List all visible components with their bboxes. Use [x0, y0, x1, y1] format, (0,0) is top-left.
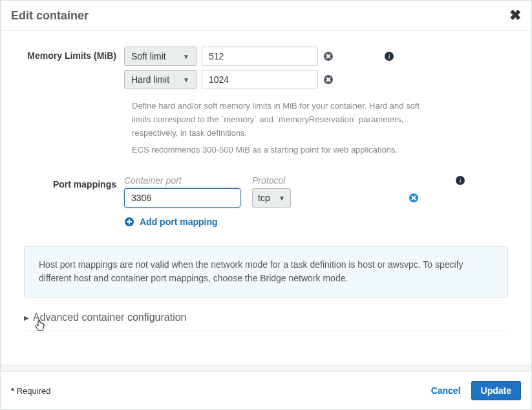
soft-limit-select-label: Soft limit	[131, 51, 166, 61]
chevron-right-icon: ▶	[24, 314, 29, 321]
edit-container-modal: Edit container ✖ Memory Limits (MiB) Sof…	[0, 0, 532, 410]
svg-text:i: i	[459, 177, 461, 184]
hard-limit-select-label: Hard limit	[131, 74, 169, 85]
protocol-select-label: tcp	[258, 193, 270, 203]
cancel-button[interactable]: Cancel	[431, 385, 461, 396]
memory-limits-label: Memory Limits (MiB)	[24, 47, 124, 61]
port-row: tcp ▼	[124, 188, 508, 208]
required-label: Required	[17, 386, 51, 396]
advanced-config-section[interactable]: ▶ Advanced container configuration	[24, 309, 508, 330]
protocol-header: Protocol	[252, 175, 291, 186]
required-note: * Required	[11, 386, 50, 396]
modal-body: Memory Limits (MiB) Soft limit ▼ i	[1, 31, 531, 365]
soft-limit-controls: Soft limit ▼ i	[124, 47, 508, 66]
modal-footer: * Required Cancel Update	[1, 371, 531, 409]
network-mode-info-text: Host port mappings are not valid when th…	[39, 259, 463, 283]
memory-help-text: Define hard and/or soft memory limits in…	[132, 100, 436, 157]
memory-limits-content: Soft limit ▼ i Hard limit ▼	[124, 47, 508, 93]
modal-title: Edit container	[11, 9, 89, 23]
hard-limit-input[interactable]	[202, 70, 318, 89]
port-mappings-content: Container port Protocol i tcp ▼	[124, 175, 508, 229]
add-port-mapping-link[interactable]: Add port mapping	[124, 217, 218, 227]
network-mode-info: Host port mappings are not valid when th…	[24, 246, 508, 297]
container-port-input[interactable]	[124, 188, 240, 208]
remove-hard-icon[interactable]	[323, 74, 334, 85]
horizontal-scrollbar[interactable]	[1, 365, 531, 371]
caret-down-icon: ▼	[183, 76, 189, 83]
memory-limits-row: Memory Limits (MiB) Soft limit ▼ i	[24, 47, 508, 93]
caret-down-icon: ▼	[279, 195, 285, 202]
advanced-config-label: Advanced container configuration	[33, 312, 187, 323]
port-column-headers: Container port Protocol i	[124, 175, 508, 186]
update-button[interactable]: Update	[471, 381, 521, 400]
hard-limit-select[interactable]: Hard limit ▼	[124, 70, 197, 89]
port-mappings-row: Port mappings Container port Protocol i …	[24, 175, 508, 229]
soft-limit-input[interactable]	[202, 47, 318, 66]
plus-circle-icon	[124, 217, 134, 227]
port-mappings-label: Port mappings	[24, 175, 124, 189]
modal-header: Edit container ✖	[1, 1, 531, 31]
add-port-mapping-label: Add port mapping	[140, 217, 218, 227]
remove-soft-icon[interactable]	[323, 51, 334, 61]
memory-help-icon[interactable]: i	[384, 51, 394, 61]
caret-down-icon: ▼	[183, 53, 189, 60]
soft-limit-select[interactable]: Soft limit ▼	[124, 47, 197, 66]
protocol-select[interactable]: tcp ▼	[252, 188, 291, 208]
memory-help-line2: ECS recommends 300-500 MiB as a starting…	[132, 144, 436, 157]
footer-actions: Cancel Update	[431, 381, 521, 400]
ports-help-icon[interactable]: i	[455, 175, 465, 186]
container-port-header: Container port	[124, 175, 240, 186]
hard-limit-controls: Hard limit ▼	[124, 70, 508, 89]
svg-text:i: i	[388, 52, 390, 60]
memory-help-line1: Define hard and/or soft memory limits in…	[132, 100, 436, 140]
remove-port-icon[interactable]	[409, 193, 419, 203]
close-icon[interactable]: ✖	[509, 7, 521, 24]
